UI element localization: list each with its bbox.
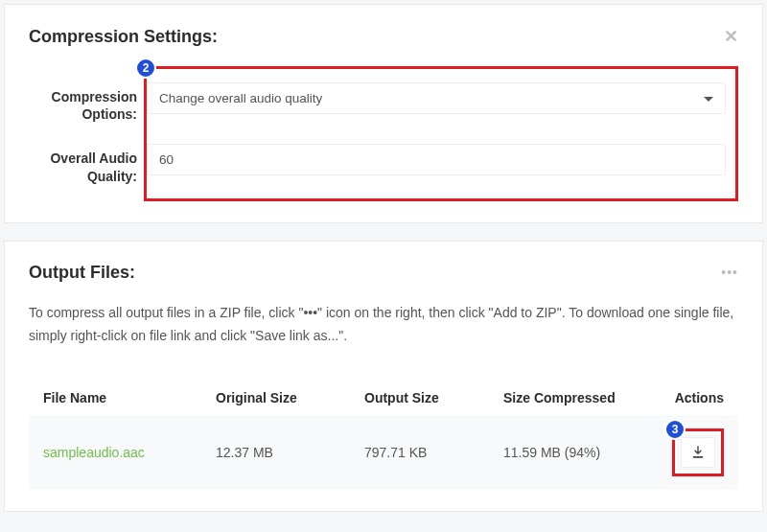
quality-row: Overall Audio Quality: xyxy=(156,144,726,184)
compression-settings-panel: Compression Settings: ✕ 2 Compression Op… xyxy=(4,4,763,223)
quality-label: Overall Audio Quality: xyxy=(36,144,147,184)
output-title: Output Files: xyxy=(29,263,135,283)
compression-options-select[interactable]: Change overall audio quality xyxy=(147,82,726,114)
download-button[interactable] xyxy=(681,437,715,468)
output-table-header: File Name Original Size Output Size Size… xyxy=(29,381,738,415)
output-help-text: To compress all output files in a ZIP fi… xyxy=(29,302,738,348)
compression-title: Compression Settings: xyxy=(29,27,218,47)
step-badge-2: 2 xyxy=(135,58,156,79)
compression-options-row: Compression Options: Change overall audi… xyxy=(156,82,726,123)
actions-cell: 3 xyxy=(671,428,724,476)
output-files-panel: Output Files: ••• To compress all output… xyxy=(4,241,763,513)
quality-input[interactable] xyxy=(147,144,726,175)
output-size: 797.71 KB xyxy=(364,445,503,460)
header-original: Original Size xyxy=(216,390,364,405)
original-size: 12.37 MB xyxy=(216,445,364,460)
compression-header: Compression Settings: ✕ xyxy=(29,26,738,47)
output-header: Output Files: ••• xyxy=(29,263,738,283)
download-icon xyxy=(691,446,705,459)
close-icon[interactable]: ✕ xyxy=(724,26,738,47)
header-actions: Actions xyxy=(671,390,724,405)
compression-options-label: Compression Options: xyxy=(36,82,147,123)
header-compressed: Size Compressed xyxy=(503,390,671,405)
highlight-box-2: 2 Compression Options: Change overall au… xyxy=(144,66,738,201)
table-row: sampleaudio.aac 12.37 MB 797.71 KB 11.59… xyxy=(29,415,738,490)
more-menu-icon[interactable]: ••• xyxy=(721,265,738,280)
header-filename: File Name xyxy=(43,390,216,405)
compressed-size: 11.59 MB (94%) xyxy=(503,445,671,460)
highlight-box-3: 3 xyxy=(672,428,724,476)
header-output: Output Size xyxy=(364,390,503,405)
svg-rect-0 xyxy=(693,456,704,458)
file-link[interactable]: sampleaudio.aac xyxy=(43,445,216,460)
